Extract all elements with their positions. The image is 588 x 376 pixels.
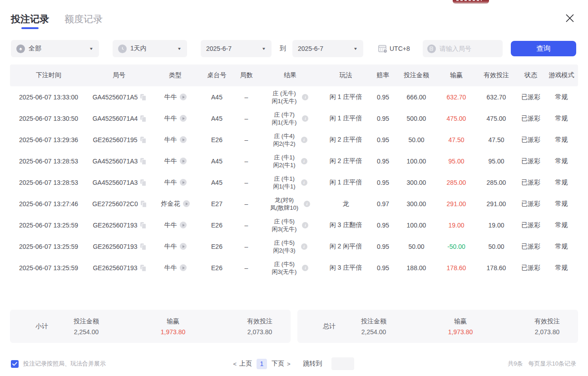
play-video-icon[interactable] <box>183 200 190 207</box>
info-icon[interactable]: i <box>301 137 307 143</box>
play-video-icon[interactable] <box>180 94 187 100</box>
table-no-cell: E26 <box>200 264 234 272</box>
rounds-cell: – <box>234 264 259 272</box>
game-mode-cell: 常规 <box>545 221 578 229</box>
copy-icon[interactable] <box>140 265 145 271</box>
round-id-value: GA45256071A3 <box>93 179 138 186</box>
spade-icon: ♠ <box>16 45 25 53</box>
date-to-select[interactable]: 2025-6-7 ▼ <box>292 40 363 57</box>
stat-value: 2,254.00 <box>74 328 99 336</box>
jump-page-input[interactable] <box>331 357 354 370</box>
play-method-cell: 闲 1 庄平倍 <box>321 178 370 187</box>
bet-time-cell: 2025-06-07 13:28:53 <box>10 158 87 165</box>
round-id-icon <box>427 45 436 53</box>
time-range-select[interactable]: 1天内 ▼ <box>113 40 187 57</box>
odds-cell: 0.95 <box>370 136 396 143</box>
play-video-icon[interactable] <box>180 179 187 186</box>
bet-time-cell: 2025-06-07 13:30:50 <box>10 115 87 122</box>
timezone-display: UTC+8 <box>378 44 410 54</box>
copy-icon[interactable] <box>140 179 145 185</box>
result-text: 庄 (无牛) 闲1(无牛) <box>272 89 297 105</box>
play-video-icon[interactable] <box>180 136 187 143</box>
play-video-icon[interactable] <box>180 222 187 228</box>
info-icon[interactable]: i <box>304 201 310 207</box>
status-cell: 已派彩 <box>517 93 545 101</box>
win-loss-value: 47.50 <box>448 136 464 143</box>
game-type-cell: 牛牛 <box>151 221 200 229</box>
game-mode-cell: 常规 <box>545 93 578 101</box>
copy-icon[interactable] <box>140 243 145 249</box>
col-header-valid-bet: 有效投注 <box>476 71 517 79</box>
result-cell: 庄 (牛4) 闲2(牛2) i <box>259 132 321 148</box>
bet-time-cell: 2025-06-07 13:29:36 <box>10 136 87 143</box>
rounds-cell: – <box>234 158 259 165</box>
info-icon[interactable]: i <box>302 94 308 100</box>
search-button[interactable]: 查询 <box>511 41 576 56</box>
game-type-select[interactable]: ♠ 全部 ▼ <box>11 40 99 57</box>
info-icon[interactable]: i <box>302 222 308 228</box>
round-id-value: GE2625607195 <box>93 136 137 143</box>
subtotal-win-loss: 输赢 1,973.80 <box>161 317 186 336</box>
result-text: 庄 (牛5) 闲3(无牛) <box>272 218 297 233</box>
prev-page-label: 上页 <box>239 360 252 368</box>
info-icon[interactable]: i <box>301 179 307 186</box>
footer-bar: 投注记录按照局、玩法合并展示 < 上页 1 下页 > 跳转到 共9条 每页显示1… <box>0 357 588 371</box>
tab-bar: 投注记录 额度记录 <box>0 0 588 30</box>
game-type-value: 牛牛 <box>164 221 177 229</box>
col-header-round-id: 局号 <box>87 71 151 79</box>
play-method-cell: 闲 1 庄平倍 <box>321 114 370 123</box>
play-video-icon[interactable] <box>180 158 187 164</box>
round-id-cell: GE2625607193 <box>87 222 151 229</box>
status-cell: 已派彩 <box>517 136 545 144</box>
odds-cell: 0.95 <box>370 115 396 122</box>
play-video-icon[interactable] <box>180 115 187 122</box>
current-page-button[interactable]: 1 <box>257 359 267 369</box>
status-cell: 已派彩 <box>517 178 545 187</box>
info-icon[interactable]: i <box>302 265 308 271</box>
copy-icon[interactable] <box>140 137 145 143</box>
bet-time-cell: 2025-06-07 13:27:46 <box>10 200 87 208</box>
chevron-down-icon: ▼ <box>89 47 94 51</box>
stat-label: 有效投注 <box>534 317 560 326</box>
info-icon[interactable]: i <box>302 115 308 122</box>
round-id-value: GA45256071A4 <box>93 115 138 122</box>
result-text: 龙(对9) 凤(散牌10) <box>270 196 298 212</box>
stat-label: 输赢 <box>161 317 186 326</box>
next-page-button[interactable]: 下页 > <box>272 360 291 368</box>
tab-bet-records[interactable]: 投注记录 <box>11 13 49 30</box>
close-button[interactable] <box>563 12 576 25</box>
merge-checkbox[interactable] <box>11 360 19 368</box>
play-video-icon[interactable] <box>180 264 187 271</box>
win-loss-cell: 475.00 <box>437 115 476 122</box>
copy-icon[interactable] <box>140 94 145 100</box>
copy-icon[interactable] <box>140 222 145 228</box>
bet-amount-cell: 100.00 <box>396 222 437 229</box>
info-icon[interactable]: i <box>301 158 307 164</box>
stat-value: 2,254.00 <box>361 328 386 336</box>
copy-icon[interactable] <box>141 201 146 207</box>
result-cell: 庄 (牛5) 闲3(无牛) i <box>259 218 321 233</box>
game-type-value: 牛牛 <box>164 136 177 144</box>
copy-icon[interactable] <box>140 115 145 121</box>
game-type-cell: 牛牛 <box>151 242 200 251</box>
bet-time-cell: 2025-06-07 13:33:00 <box>10 94 87 101</box>
bet-time-cell: 2025-06-07 13:25:59 <box>10 264 87 272</box>
time-range-value: 1天内 <box>130 45 147 53</box>
status-cell: 已派彩 <box>517 200 545 208</box>
tab-quota-records[interactable]: 额度记录 <box>64 13 103 30</box>
date-from-select[interactable]: 2025-6-7 ▼ <box>201 40 272 57</box>
table-no-cell: E27 <box>200 200 234 208</box>
table-row: 2025-06-07 13:25:59 GE2625607193 牛牛 E26 … <box>10 214 578 236</box>
round-number-input[interactable] <box>440 45 498 52</box>
date-to-value: 2025-6-7 <box>298 45 323 52</box>
col-header-status: 状态 <box>517 71 545 79</box>
play-video-icon[interactable] <box>180 243 187 250</box>
prev-page-button[interactable]: < 上页 <box>233 360 252 368</box>
game-type-cell: 牛牛 <box>151 93 200 101</box>
stat-value: 1,973.80 <box>448 328 473 336</box>
next-arrow-icon: > <box>287 361 291 367</box>
rounds-cell: – <box>234 115 259 122</box>
round-id-value: GE2625607193 <box>93 243 137 250</box>
info-icon[interactable]: i <box>301 243 307 250</box>
copy-icon[interactable] <box>140 158 145 164</box>
